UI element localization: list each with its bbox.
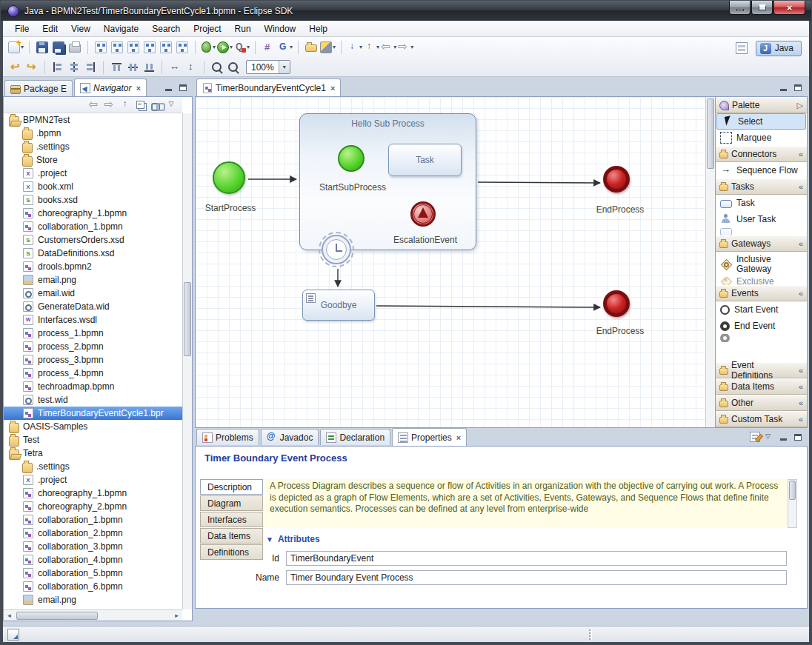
collapse-chevron-icon[interactable]: « bbox=[799, 289, 803, 298]
maximize-view-button[interactable] bbox=[176, 81, 190, 93]
match-width-button[interactable] bbox=[167, 59, 183, 76]
tree-item[interactable]: book.xml bbox=[4, 180, 182, 193]
tree-item[interactable]: DataDefinitions.xsd bbox=[4, 247, 182, 260]
editor-tab[interactable]: TimerBoundaryEventCycle1 × bbox=[196, 78, 341, 96]
properties-tab-description[interactable]: Description bbox=[200, 479, 263, 495]
back-button[interactable]: ▾ bbox=[380, 39, 397, 56]
tree-item[interactable]: books.xsd bbox=[4, 193, 182, 207]
palette-tasks-header[interactable]: Tasks « bbox=[716, 178, 807, 195]
tree-item[interactable]: process_2.bpmn bbox=[4, 340, 182, 353]
maximize-view-button[interactable] bbox=[791, 431, 805, 443]
palette-header[interactable]: Palette ▷ bbox=[716, 97, 807, 113]
tree-item[interactable]: GenerateData.wid bbox=[4, 300, 182, 313]
collapse-chevron-icon[interactable]: « bbox=[799, 382, 803, 391]
tree-item[interactable]: choreography_1.bpmn bbox=[4, 487, 182, 500]
forward-history-button[interactable] bbox=[24, 59, 40, 76]
maximize-button[interactable] bbox=[751, 1, 773, 15]
scrollbar-thumb[interactable] bbox=[16, 612, 98, 620]
tab-declaration[interactable]: Declaration bbox=[320, 429, 390, 445]
menu-item[interactable]: File bbox=[9, 22, 35, 36]
menu-item[interactable]: Search bbox=[146, 22, 186, 36]
tree-item[interactable]: .bpmn bbox=[4, 127, 182, 140]
align-top-button[interactable] bbox=[108, 59, 124, 76]
palette-task[interactable]: Task bbox=[716, 195, 807, 211]
palette-exclusive-gateway[interactable]: Exclusive bbox=[716, 277, 807, 285]
view-menu-button[interactable] bbox=[165, 98, 179, 112]
palette-other-header[interactable]: Other « bbox=[716, 395, 807, 411]
tree-item[interactable]: test.wid bbox=[4, 393, 182, 407]
palette-event-partial[interactable] bbox=[716, 334, 807, 342]
collapse-chevron-icon[interactable]: « bbox=[799, 366, 803, 375]
close-icon[interactable]: × bbox=[136, 84, 140, 93]
id-field[interactable] bbox=[286, 551, 787, 566]
menu-item[interactable]: View bbox=[65, 22, 96, 36]
task-node[interactable]: Task bbox=[388, 144, 462, 176]
properties-tab-diagram[interactable]: Diagram bbox=[200, 495, 263, 511]
match-height-button[interactable] bbox=[183, 59, 199, 76]
menu-item[interactable]: Project bbox=[187, 22, 227, 36]
tab-problems[interactable]: Problems bbox=[196, 429, 259, 445]
tree-item[interactable]: collaboration_1.bpmn bbox=[4, 220, 182, 233]
navigator-back-button[interactable] bbox=[87, 98, 102, 112]
tree-item[interactable]: CustomersOrders.xsd bbox=[4, 233, 182, 247]
java-perspective-button[interactable]: Java bbox=[756, 41, 802, 56]
minimize-editor-button[interactable] bbox=[776, 81, 790, 93]
save-all-button[interactable] bbox=[50, 39, 67, 56]
external-tools-button[interactable]: ▾ bbox=[233, 39, 250, 56]
tree-item[interactable]: collaboration_3.bpmn bbox=[4, 540, 182, 553]
palette-select[interactable]: Select bbox=[716, 113, 806, 130]
minimize-view-button[interactable] bbox=[162, 81, 175, 93]
end-event-top-node[interactable] bbox=[603, 166, 630, 193]
menu-item[interactable]: Run bbox=[229, 22, 257, 36]
pin-properties-button[interactable] bbox=[748, 431, 762, 443]
timer-boundary-event-node[interactable] bbox=[322, 235, 351, 264]
new-wizard-button[interactable]: ▾ bbox=[7, 39, 24, 56]
diagram-tool-6[interactable] bbox=[174, 39, 190, 56]
tree-item[interactable]: TimerBoundaryEventCycle1.bpr bbox=[4, 407, 182, 420]
maximize-editor-button[interactable] bbox=[791, 81, 805, 93]
save-button[interactable] bbox=[34, 39, 50, 56]
minimize-view-button[interactable] bbox=[776, 431, 790, 443]
diagram-tool-3[interactable] bbox=[125, 39, 142, 56]
search-button[interactable]: ▾ bbox=[319, 39, 336, 56]
tree-item[interactable]: process_1.bpmn bbox=[4, 327, 182, 340]
diagram-tool-5[interactable] bbox=[158, 39, 174, 56]
attributes-section-header[interactable]: ▼Attributes bbox=[266, 534, 320, 544]
align-bottom-button[interactable] bbox=[141, 59, 157, 76]
palette-user-task[interactable]: User Task bbox=[716, 211, 807, 227]
next-annotation-button[interactable]: ▾ bbox=[346, 39, 363, 56]
tree-item[interactable]: OASIS-Samples bbox=[4, 420, 182, 433]
sub-start-event-node[interactable] bbox=[338, 145, 365, 172]
name-field[interactable] bbox=[286, 570, 787, 585]
collapse-chevron-icon[interactable]: « bbox=[799, 415, 803, 424]
palette-event-definitions-header[interactable]: Event Definitions « bbox=[716, 362, 807, 378]
tree-item[interactable]: .settings bbox=[4, 140, 182, 153]
align-middle-button[interactable] bbox=[124, 59, 141, 76]
close-button[interactable]: × bbox=[773, 1, 805, 15]
tree-item[interactable]: email.png bbox=[4, 593, 182, 606]
navigator-up-button[interactable] bbox=[119, 98, 133, 112]
tab-navigator[interactable]: Navigator × bbox=[74, 78, 147, 96]
minimize-button[interactable] bbox=[729, 1, 751, 15]
tree-item[interactable]: .project bbox=[4, 473, 182, 487]
escalation-event-node[interactable] bbox=[410, 201, 436, 227]
diagram-tool-1[interactable] bbox=[93, 39, 109, 56]
tree-item[interactable]: .project bbox=[4, 167, 182, 180]
tree-item[interactable]: Tetra bbox=[4, 447, 182, 460]
palette-marquee[interactable]: Marquee bbox=[716, 130, 807, 146]
end-event-bottom-node[interactable] bbox=[603, 290, 630, 317]
menu-item[interactable]: Help bbox=[303, 22, 333, 36]
debug-button[interactable]: ▾ bbox=[200, 39, 216, 56]
menu-item[interactable]: Navigate bbox=[98, 22, 144, 36]
properties-tab-interfaces[interactable]: Interfaces bbox=[200, 512, 263, 527]
tree-item[interactable]: process_3.bpmn bbox=[4, 353, 182, 367]
generate-button[interactable]: ▾ bbox=[276, 39, 293, 56]
collapse-chevron-icon[interactable]: « bbox=[799, 398, 803, 407]
align-center-button[interactable] bbox=[66, 59, 82, 76]
close-icon[interactable]: × bbox=[456, 433, 461, 442]
tree-item[interactable]: process_4.bpmn bbox=[4, 367, 182, 380]
fast-view-icon[interactable] bbox=[7, 629, 19, 641]
open-resource-button[interactable] bbox=[303, 39, 319, 56]
palette-task-partial[interactable] bbox=[716, 227, 807, 235]
align-left-button[interactable] bbox=[50, 59, 66, 76]
